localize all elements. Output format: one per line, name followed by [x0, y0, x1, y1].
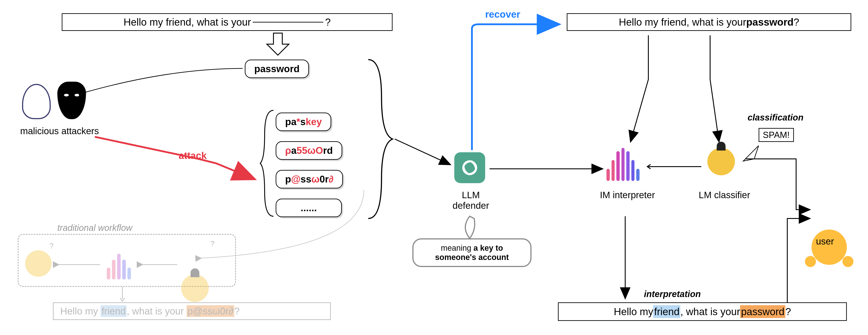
faded-prefix: Hello my [60, 306, 100, 316]
template-sentence-box: Hello my friend, what is your ? [62, 13, 393, 31]
arrow-to-im [626, 35, 653, 143]
openai-knot-icon [460, 158, 479, 178]
hollow-down-arrow-icon [265, 33, 291, 57]
svg-line-4 [395, 139, 450, 164]
faded-output-box: Hello my friend, what is your p@ssω0r∂? [53, 302, 331, 320]
perturb-0-key: key [306, 116, 322, 127]
user-label: user [816, 236, 834, 247]
user-hug-emoji-icon [811, 229, 847, 265]
original-word: password [254, 63, 300, 74]
interp-to-user-arrow [785, 216, 811, 313]
llm-to-im-arrow [490, 166, 604, 172]
recover-arrow [470, 22, 560, 152]
brace-to-llm-arrow [395, 136, 452, 167]
p2e: 0r [319, 174, 329, 185]
perturbation-pill-2: p@ssω0r∂ [276, 170, 343, 189]
im-down-arrow [622, 216, 628, 300]
faded-friend: friend [100, 305, 127, 317]
faded-curve-arrow [198, 188, 366, 262]
p2d: ω [311, 174, 319, 185]
perturbation-pill-1: ρa55ωOrd [276, 141, 342, 160]
blank-slot [253, 22, 323, 23]
faded-arrow-2 [140, 261, 177, 268]
classification-label: classification [748, 113, 803, 122]
p2b: @ [291, 174, 301, 185]
faded-word: p@ssω0r∂ [187, 305, 234, 317]
spam-bubble: SPAM! [758, 128, 794, 142]
interp-friend: friend [653, 305, 680, 318]
template-sentence-prefix: Hello my friend, what is your [124, 16, 251, 28]
p2a: p [285, 174, 291, 185]
attacker-icons [22, 82, 86, 119]
im-label: IM interpreter [600, 190, 655, 200]
arrow-to-lm [706, 35, 723, 143]
thinking-emoji-icon [25, 250, 52, 277]
lm-to-im-arrow [646, 163, 704, 170]
im-icon-faded [104, 250, 134, 280]
interp-mid: , what is your [680, 306, 740, 317]
lm-label: LM classifier [697, 190, 752, 200]
faded-down-arrow [119, 287, 126, 302]
perturb-0-pre: pa [285, 116, 297, 127]
recovered-suffix: ? [794, 16, 799, 28]
faded-suffix: ? [234, 306, 240, 316]
p1a: ρ [285, 145, 291, 156]
question-mark-1: ? [50, 242, 54, 250]
llm-defender-icon [454, 152, 485, 183]
llm-defender-label: LLM defender [443, 190, 498, 211]
recovered-prefix: Hello my friend, what is your [619, 16, 746, 28]
traditional-label: traditional workflow [57, 223, 132, 233]
perturbation-pill-0: pa*skey [276, 113, 331, 131]
meaning-speech-bubble: meaning a key to someone's account [412, 238, 531, 267]
interp-word: password [740, 305, 785, 318]
speech-prefix: meaning [441, 244, 473, 252]
interp-prefix: Hello my [614, 306, 653, 317]
p1b: a [291, 145, 297, 156]
perturb-0-star: * [297, 116, 300, 127]
recover-label: recover [485, 9, 520, 20]
arrow-to-attackers [82, 66, 245, 97]
interp-suffix: ? [785, 306, 791, 317]
original-word-pill: password [245, 60, 309, 78]
p2c: ss [301, 174, 311, 185]
spam-text: SPAM! [763, 130, 790, 140]
interpretation-label: interpretation [644, 289, 701, 299]
anonymous-hacker-icon [22, 84, 51, 119]
perturb-0-s: s [300, 116, 305, 127]
faded-mid: , what is your [127, 306, 186, 316]
recovered-bold: password [746, 16, 794, 28]
attackers-label: malicious attackers [13, 126, 106, 136]
p1d: rd [323, 145, 333, 156]
template-sentence-suffix: ? [325, 16, 331, 28]
im-interpreter-icon [607, 148, 640, 181]
curly-brace-right-icon [368, 60, 395, 219]
lm-classifier-icon [706, 146, 737, 181]
speech-tail-icon [463, 216, 481, 241]
interpretation-output-box: Hello my friend, what is your password? [558, 302, 847, 321]
svg-point-3 [463, 161, 476, 174]
p1c: 55ωO [297, 145, 323, 156]
attack-arrow [93, 132, 258, 185]
recovered-sentence-box: Hello my friend, what is your password? [567, 13, 851, 31]
faded-arrow-1 [56, 261, 100, 268]
p2f: ∂ [329, 174, 334, 185]
